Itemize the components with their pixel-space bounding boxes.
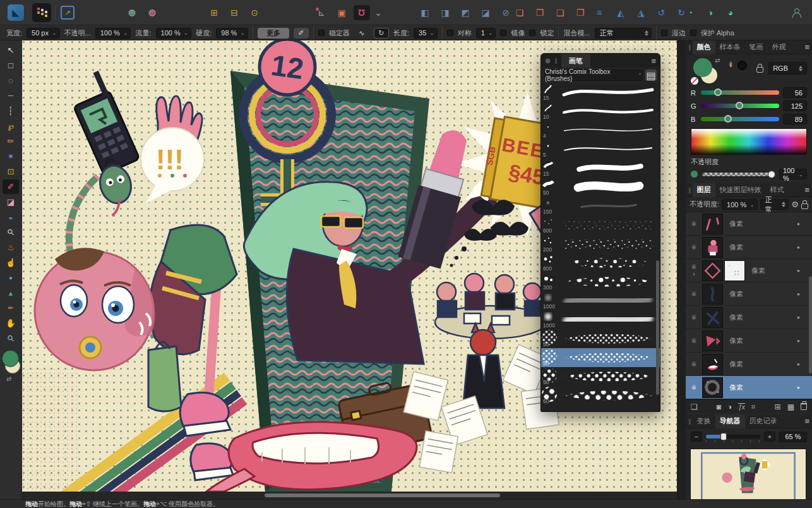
lock-checkbox[interactable] xyxy=(529,30,535,36)
horizontal-scrollbar[interactable] xyxy=(22,492,677,499)
tab-history[interactable]: 历史记录 xyxy=(745,414,782,428)
more-button[interactable]: 更多 xyxy=(258,28,289,39)
edit-all-layers-icon[interactable]: ❏ xyxy=(691,402,698,411)
brush-item-selected[interactable]: 50 xyxy=(541,348,660,367)
brush-item[interactable]: 800 xyxy=(541,253,660,272)
opacity-slider[interactable] xyxy=(702,172,775,177)
window-stabilizer-icon[interactable]: ↻ xyxy=(374,28,389,39)
brush-item[interactable]: 5 xyxy=(541,140,660,159)
layer-row[interactable]: ※› 像素● xyxy=(686,259,812,282)
paint-brush-tool[interactable]: ✐ xyxy=(3,179,19,194)
brush-editor-button[interactable]: ✐ xyxy=(294,28,309,39)
column-marquee-tool[interactable]: ┆ xyxy=(3,104,19,118)
brush-item[interactable]: 60 xyxy=(541,386,660,405)
flip-vertical-icon[interactable]: ◮ xyxy=(633,5,649,20)
row-marquee-tool[interactable]: ┄ xyxy=(3,88,19,103)
brush-item[interactable]: 15 xyxy=(541,159,660,178)
mask-icon[interactable]: ◔ xyxy=(682,5,698,20)
mirror-checkbox[interactable] xyxy=(500,30,506,36)
no-color-well[interactable] xyxy=(691,77,698,85)
account-button[interactable] xyxy=(788,5,804,20)
layer-row[interactable]: ※ 像素● xyxy=(686,306,812,329)
new-layer-icon[interactable]: ⊞ xyxy=(775,402,781,411)
mask-layer-icon[interactable]: ◙ xyxy=(717,402,721,411)
zoom-in-button[interactable]: + xyxy=(764,432,775,442)
move-to-back-icon[interactable]: ❒ xyxy=(572,5,588,20)
move-tool[interactable]: ↖ xyxy=(3,43,19,57)
magnet-snapping-icon[interactable]: Ω xyxy=(354,5,370,20)
red-slider[interactable] xyxy=(701,90,779,95)
symmetry-checkbox[interactable] xyxy=(447,30,453,36)
snapping-frame-icon[interactable]: ⊟ xyxy=(226,5,242,20)
stabilizer-length-field[interactable]: 35⌄ xyxy=(414,28,438,39)
live-filter-icon[interactable]: ◕ xyxy=(722,5,739,20)
smudge-tool[interactable]: ☝ xyxy=(3,255,19,270)
flip-horizontal-icon[interactable]: ◭ xyxy=(612,5,629,20)
eyedropper-icon[interactable]: ✒ xyxy=(726,61,736,68)
zoom-out-button[interactable]: − xyxy=(691,432,702,442)
rect-marquee-tool[interactable]: □ xyxy=(3,58,19,73)
layer-row[interactable]: ※ 像素● xyxy=(686,282,812,306)
panel-menu-icon[interactable]: ≡ xyxy=(804,185,809,195)
layers-opacity-field[interactable]: 100 %⌄ xyxy=(722,199,758,210)
layers-lock-icon[interactable] xyxy=(801,203,808,209)
layer-row[interactable]: ※ 像素● xyxy=(686,236,812,259)
layers-blend-select[interactable]: 正常 xyxy=(760,199,789,210)
panel-menu-icon[interactable]: ≡ xyxy=(651,56,656,66)
red-value-field[interactable]: 56 xyxy=(783,87,807,98)
color-picker-tool[interactable]: ✒ xyxy=(3,301,19,315)
snapping-manager-icon[interactable]: ⊾ xyxy=(313,5,330,20)
photo-persona-button[interactable] xyxy=(32,3,51,22)
opacity-value-field[interactable]: 100 %⌄ xyxy=(779,169,807,179)
tab-layers[interactable]: 图层 xyxy=(693,183,715,197)
tab-color[interactable]: 颜色 xyxy=(693,40,715,54)
swap-colors-icon[interactable]: ⇄ xyxy=(6,375,11,382)
tab-stroke[interactable]: 笔画 xyxy=(745,40,768,54)
panel-menu-icon[interactable]: ≡ xyxy=(804,416,809,426)
brush-flow-field[interactable]: 100 %⌄ xyxy=(156,28,192,39)
snapping-preset-icon[interactable]: ⊞ xyxy=(206,5,222,20)
tab-appearance[interactable]: 外观 xyxy=(768,40,791,54)
brush-item[interactable]: 50 xyxy=(541,329,660,348)
swap-colors-icon[interactable]: ⇄ xyxy=(715,57,720,64)
brush-item[interactable]: 150 xyxy=(541,197,660,215)
tab-transform[interactable]: 变换 xyxy=(693,414,715,428)
color-wells[interactable]: ⇄ xyxy=(0,350,21,384)
protect-alpha-checkbox[interactable] xyxy=(690,30,696,36)
panel-menu-icon[interactable]: ≡ xyxy=(804,42,809,52)
alignment-icon[interactable]: ≡ xyxy=(591,5,607,20)
blue-value-field[interactable]: 89 xyxy=(783,114,807,124)
picked-color-swatch[interactable] xyxy=(737,61,747,70)
layer-row[interactable]: ※ 像素● xyxy=(686,329,812,353)
rope-stabilizer-icon[interactable]: ∿ xyxy=(354,28,369,39)
stabilizer-checkbox[interactable] xyxy=(318,30,325,36)
flood-select-tool[interactable]: ✶ xyxy=(3,149,19,164)
boolean-xor-icon[interactable]: ◪ xyxy=(477,5,494,20)
freehand-select-tool[interactable]: ℘ xyxy=(3,119,19,133)
snapping-history-icon[interactable]: ⊙ xyxy=(246,5,263,20)
adjustment-icon[interactable]: ◑ xyxy=(702,5,719,20)
pixel-alignment-icon[interactable]: ▣ xyxy=(333,5,350,20)
layer-effects-icon[interactable]: ƒx xyxy=(738,403,745,411)
brush-item[interactable]: 15 xyxy=(541,83,660,102)
brush-category-select[interactable]: Christi's Comix Toolbox (Brushes)⌃ xyxy=(544,70,643,81)
brush-item[interactable]: 4 xyxy=(541,121,660,140)
horizontal-scrollbar-thumb[interactable] xyxy=(265,493,500,497)
color-spectrum[interactable] xyxy=(691,128,807,155)
erase-brush-tool[interactable]: ◪ xyxy=(3,195,19,209)
layers-fx-gear-icon[interactable]: ⚙ xyxy=(791,200,799,209)
live-filter-icon[interactable]: ⌗ xyxy=(751,402,756,411)
brush-hardness-field[interactable]: 98 %⌄ xyxy=(216,28,248,39)
brushes-panel-header[interactable]: ⊗ ∥ 画笔 ≡ xyxy=(541,54,660,68)
tab-navigator[interactable]: 导航器 xyxy=(715,414,745,428)
boolean-intersect-icon[interactable]: ◩ xyxy=(457,5,474,20)
pixel-tool[interactable]: ⊡ xyxy=(3,164,19,179)
brush-opacity-field[interactable]: 100 %⌄ xyxy=(95,28,131,39)
new-pixel-layer-icon[interactable]: ▦ xyxy=(787,402,794,411)
brush-item[interactable]: 10 xyxy=(541,102,660,121)
layer-row-selected[interactable]: ※ 像素● xyxy=(686,376,812,399)
ellipse-marquee-tool[interactable]: ◌ xyxy=(3,73,19,88)
brush-item[interactable]: 600 xyxy=(541,215,660,234)
foreground-color-well[interactable] xyxy=(2,350,19,367)
layer-row[interactable]: ※ 像素● xyxy=(686,353,812,376)
